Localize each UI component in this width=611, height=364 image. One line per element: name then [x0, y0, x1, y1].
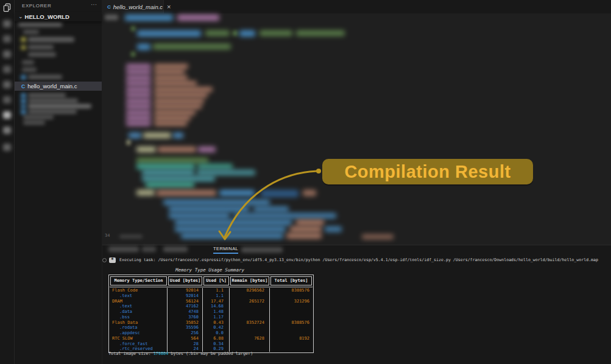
memory-table-header-cell: Memory Type/Section — [110, 276, 167, 285]
memory-usage-table: Memory Type/SectionUsed [bytes]Used [%]R… — [108, 275, 314, 353]
memory-table-cell: 17.47 — [203, 299, 230, 304]
total-image-size-line: Total image size: 179804 bytes (.bin may… — [108, 351, 253, 356]
memory-table-cell: 8296562 — [230, 288, 270, 293]
tab-hello-world-main-c[interactable]: C hello_world_main.c × — [102, 0, 164, 13]
sidebar-header: EXPLORER ··· — [15, 0, 102, 12]
memory-table-cell: 8388576 — [270, 288, 313, 293]
tab-close-icon[interactable]: × — [167, 4, 171, 10]
memory-table-cell — [270, 304, 313, 309]
memory-table-cell — [270, 293, 313, 299]
memory-table-cell: 321296 — [270, 299, 313, 304]
memory-table-cell: .force_fast — [110, 341, 168, 347]
memory-table-cell: RTC SLOW — [110, 336, 168, 341]
memory-table-cell — [230, 325, 270, 331]
memory-table-header-cell: Total [bytes] — [270, 276, 312, 285]
memory-table-cell — [270, 309, 313, 315]
memory-table-cell: 6.88 — [203, 336, 230, 341]
memory-table-cell: .data — [110, 309, 168, 315]
memory-table-cell: 35852 — [168, 320, 203, 326]
total-size-suffix: bytes (.bin may be padded larger) — [168, 351, 253, 356]
editor-tab-bar: C hello_world_main.c × — [102, 0, 611, 14]
memory-table-cell: DRAM — [110, 299, 168, 304]
memory-table-row: .data47481.48 — [110, 309, 313, 315]
compilation-result-label: Compilation Result — [344, 162, 510, 182]
more-actions-icon[interactable]: ··· — [91, 1, 97, 8]
task-command-text: Executing task: /Users/francesco/.espres… — [119, 257, 598, 262]
memory-table-cell: 1.17 — [203, 315, 230, 320]
memory-table-cell: 0.34 — [203, 341, 230, 347]
memory-table-cell: 0.0 — [203, 331, 230, 336]
memory-table-cell: 92014 — [168, 293, 203, 299]
memory-table-cell: Flash Code — [110, 288, 168, 293]
memory-table-row: .rodata355960.42 — [110, 325, 313, 331]
memory-table-cell — [270, 341, 313, 347]
task-asterisk-icon: * — [109, 257, 116, 263]
memory-table-cell: Flash Data — [110, 320, 168, 326]
memory-table-cell: 56124 — [168, 299, 203, 304]
memory-table-cell — [230, 341, 270, 347]
root-folder-label: HELLO_WORLD — [25, 13, 69, 20]
memory-table-cell: .bss — [110, 315, 168, 320]
editor-line-number: 34 — [105, 233, 110, 238]
chevron-down-icon: ⌄ — [18, 13, 23, 19]
memory-table-cell: 564 — [168, 336, 203, 341]
compilation-result-callout: Compilation Result — [322, 159, 533, 184]
memory-summary-title: Memory Type Usage Summary — [108, 267, 311, 273]
memory-table-row: .bss37601.17 — [110, 315, 313, 320]
total-size-prefix: Total image size: — [108, 351, 154, 356]
file-row-selected[interactable]: C hello_world_main.c — [15, 82, 102, 91]
memory-table-header-cell: Used [bytes] — [168, 276, 202, 285]
tab-terminal[interactable]: TERMINAL — [213, 246, 238, 251]
memory-table-cell: 28 — [168, 341, 203, 347]
memory-table-cell — [230, 304, 270, 309]
memory-table-cell: 8192 — [270, 336, 313, 341]
memory-table-cell: 7628 — [230, 336, 270, 341]
memory-table-cell: .text — [110, 293, 168, 299]
memory-table-cell: 256 — [168, 331, 203, 336]
memory-table-row: .text920141.1 — [110, 293, 313, 299]
activity-bar — [0, 0, 15, 364]
memory-table-header-row: Memory Type/SectionUsed [bytes]Used [%]R… — [110, 276, 313, 286]
memory-table-cell: 265172 — [230, 299, 270, 304]
memory-table-cell — [270, 315, 313, 320]
memory-table-row: Flash Data358520.4383527248388576 — [110, 320, 313, 326]
files-icon — [2, 3, 12, 12]
memory-table-cell: 4748 — [168, 309, 203, 315]
memory-table-cell: 3760 — [168, 315, 203, 320]
memory-table-cell — [270, 325, 313, 331]
memory-table-cell: 1.1 — [203, 288, 230, 293]
memory-table-cell: .text — [110, 304, 168, 309]
memory-table-cell: 1.1 — [203, 293, 230, 299]
memory-table-cell: 8388576 — [270, 320, 313, 326]
memory-table-cell: 14.68 — [203, 304, 230, 309]
memory-table-cell: 0.43 — [203, 320, 230, 326]
code-editor[interactable] — [102, 13, 611, 245]
memory-table-body: Flash Code920141.182965628388576.text920… — [110, 287, 313, 352]
memory-table-cell — [230, 331, 270, 336]
memory-table-cell — [270, 346, 313, 352]
memory-table-row: DRAM5612417.47265172321296 — [110, 299, 313, 304]
memory-table-row: RTC SLOW5646.8876288192 — [110, 336, 313, 341]
memory-table-cell — [230, 309, 270, 315]
memory-table-row: .appdesc2560.0 — [110, 331, 313, 336]
memory-table-cell: 1.48 — [203, 309, 230, 315]
tab-title: hello_world_main.c — [113, 4, 163, 10]
memory-table-cell — [230, 315, 270, 320]
selected-file-label: hello_world_main.c — [27, 83, 77, 89]
memory-table-cell: 47162 — [168, 304, 203, 309]
command-decoration-icon[interactable] — [102, 258, 107, 262]
memory-table-row: .force_fast280.34 — [110, 341, 313, 347]
memory-table-row: Flash Code920141.182965628388576 — [110, 288, 313, 293]
memory-table-cell: 8352724 — [230, 320, 270, 326]
memory-table-header-cell: Used [%] — [203, 276, 229, 285]
explorer-files-icon[interactable] — [2, 2, 12, 13]
memory-table-cell: .appdesc — [110, 331, 168, 336]
root-folder-row[interactable]: ⌄ HELLO_WORLD — [15, 12, 102, 21]
memory-table-header-cell: Remain [bytes] — [230, 276, 269, 285]
vscode-window: EXPLORER ··· ⌄ HELLO_WORLD C hello_world… — [0, 0, 611, 364]
memory-table-cell: 0.42 — [203, 325, 230, 331]
c-file-icon: C — [21, 83, 25, 89]
memory-table-cell: 92014 — [168, 288, 203, 293]
sidebar-title: EXPLORER — [22, 3, 51, 9]
memory-table-cell — [230, 293, 270, 299]
